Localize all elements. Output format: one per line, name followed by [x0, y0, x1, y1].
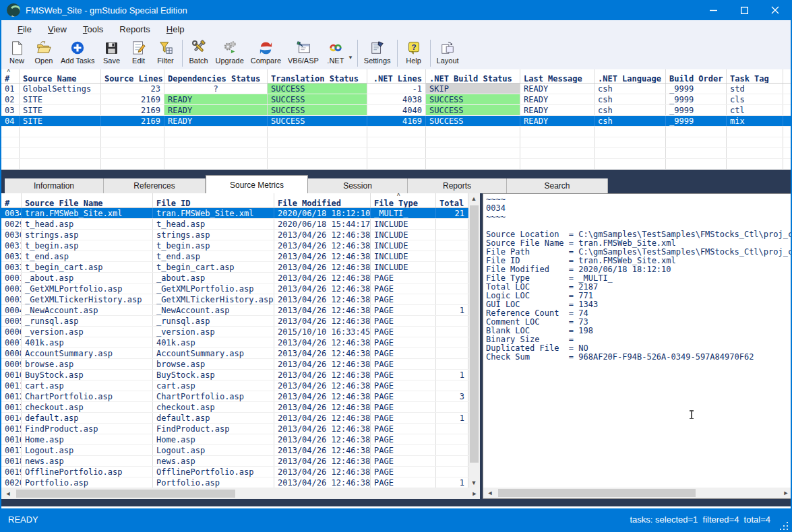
cell[interactable]: 02 [1, 94, 20, 104]
grid-row[interactable]: 0020Portfolio.aspPortfolio.asp2013/04/26… [1, 477, 468, 488]
cell[interactable]: -1 [367, 84, 426, 94]
cell[interactable] [436, 348, 468, 358]
cell[interactable]: _runsql.asp [22, 316, 153, 326]
cell[interactable]: _about.asp [22, 273, 153, 283]
cell[interactable]: AccountSummary.asp [22, 348, 153, 358]
cell[interactable]: tran.FMSWeb_Site.xml [22, 208, 153, 218]
cell[interactable]: cls [727, 94, 783, 104]
column-header--[interactable]: # [1, 193, 22, 207]
minimize-button[interactable] [698, 0, 729, 20]
cell[interactable]: 4038 [367, 94, 426, 104]
cell[interactable]: 4040 [367, 105, 426, 115]
cell[interactable]: AccountSummary.asp [153, 348, 274, 358]
cell[interactable]: 0012 [1, 391, 22, 401]
cell[interactable]: default.asp [22, 413, 153, 423]
cell[interactable]: 1 [436, 413, 468, 423]
cell[interactable]: READY [164, 105, 268, 115]
cell[interactable]: INCLUDE [371, 219, 436, 229]
cell[interactable]: SUCCESS [426, 116, 520, 126]
cell[interactable] [436, 434, 468, 444]
cell[interactable]: 2013/04/26 12:46:38 [274, 305, 371, 315]
column-header-source-name[interactable]: Source Name [20, 69, 101, 83]
menu-item-reports[interactable]: Reports [111, 22, 158, 36]
column-header-last-message[interactable]: Last Message [520, 69, 595, 83]
cell[interactable]: PAGE [371, 445, 436, 455]
cell[interactable]: SUCCESS [426, 94, 520, 104]
cell[interactable]: PAGE [371, 413, 436, 423]
grid-row[interactable]: 01GlobalSettings23?SUCCESS-1SKIPREADYcsh… [1, 84, 792, 94]
toolbar-button-open[interactable]: Open [30, 39, 57, 65]
cell[interactable]: 2013/04/26 12:46:38 [274, 251, 371, 261]
cell[interactable] [436, 251, 468, 261]
cell[interactable]: ChartPortfolio.asp [22, 391, 153, 401]
cell[interactable]: 2169 [101, 94, 164, 104]
dotnet-dropdown-arrow-icon[interactable]: ▼ [348, 55, 353, 61]
grid-row[interactable]: 0015FindProduct.aspFindProduct.asp2013/0… [1, 424, 468, 434]
cell[interactable]: 2013/04/26 12:46:38 [274, 284, 371, 294]
cell[interactable]: READY [164, 94, 268, 104]
cell[interactable]: 0020 [1, 477, 22, 488]
cell[interactable]: csh [595, 94, 666, 104]
cell[interactable]: READY [164, 116, 268, 126]
cell[interactable]: t_head.asp [153, 219, 274, 229]
cell[interactable]: news.asp [22, 456, 153, 466]
cell[interactable]: _version.asp [153, 327, 274, 337]
cell[interactable]: t_head.asp [22, 219, 153, 229]
cell[interactable]: 2013/04/26 12:46:38 [274, 262, 371, 272]
column-header--net-build-status[interactable]: .NET Build Status [426, 69, 520, 83]
cell[interactable]: 0018 [1, 456, 22, 466]
cell[interactable]: PAGE [371, 456, 436, 466]
detail-horizontal-scrollbar[interactable]: ◄ ► [483, 488, 791, 498]
cell[interactable]: READY [520, 116, 595, 126]
cell[interactable]: 0008 [1, 348, 22, 358]
cell[interactable]: 0019 [1, 467, 22, 477]
cell[interactable]: 03 [1, 105, 20, 115]
cell[interactable]: strings.asp [22, 230, 153, 240]
tab-references[interactable]: References [104, 178, 206, 193]
column-header--net-language[interactable]: .NET Language [595, 69, 666, 83]
cell[interactable]: mix [727, 116, 783, 126]
maximize-button[interactable] [729, 0, 760, 20]
cell[interactable]: PAGE [371, 477, 436, 488]
cell[interactable]: 2169 [101, 116, 164, 126]
cell[interactable] [436, 380, 468, 391]
cell[interactable]: 1 [436, 305, 468, 315]
toolbar-button-layout[interactable]: Layout [433, 39, 462, 65]
grid-row[interactable]: 0030strings.aspstrings.asp2013/04/26 12:… [1, 230, 468, 240]
cell[interactable]: Home.asp [153, 434, 274, 444]
cell[interactable]: 0001 [1, 273, 22, 283]
cell[interactable]: 0029 [1, 219, 22, 229]
cell[interactable]: t_begin_cart.asp [153, 262, 274, 272]
cell[interactable]: 0002 [1, 284, 22, 294]
cell[interactable]: 0006 [1, 327, 22, 337]
cell[interactable]: 2013/04/26 12:46:38 [274, 424, 371, 434]
scroll-right-arrow-icon[interactable]: ► [469, 488, 480, 499]
cell[interactable]: SUCCESS [268, 105, 367, 115]
cell[interactable]: PAGE [371, 391, 436, 401]
cell[interactable]: 2013/04/26 12:46:38 [274, 434, 371, 444]
cell[interactable] [436, 445, 468, 455]
cell[interactable]: _NewAccount.asp [153, 305, 274, 315]
cell[interactable] [436, 284, 468, 294]
cell[interactable]: SITE [20, 94, 101, 104]
toolbar-button-add-tasks[interactable]: Add Tasks [57, 39, 98, 65]
cell[interactable]: Portfolio.asp [153, 477, 274, 488]
grid-row[interactable]: 0010BuyStock.aspBuyStock.asp2013/04/26 1… [1, 370, 468, 380]
cell[interactable] [436, 240, 468, 251]
cell[interactable]: SUCCESS [268, 84, 367, 94]
cell[interactable]: 2013/04/26 12:46:38 [274, 240, 371, 251]
cell[interactable]: 0034 [1, 208, 22, 218]
cell[interactable]: 0011 [1, 380, 22, 391]
resize-grip[interactable] [779, 521, 788, 530]
grid-row[interactable]: 0002_GetXMLPortfolio.asp_GetXMLPortfolio… [1, 284, 468, 294]
cell[interactable]: 0013 [1, 402, 22, 412]
file-grid-horizontal-scrollbar[interactable]: ◄ ► [1, 488, 480, 499]
grid-row[interactable]: 03SITE2169READYSUCCESS4040SUCCESSREADYcs… [1, 105, 792, 116]
cell[interactable]: 2013/04/26 12:46:38 [274, 316, 371, 326]
cell[interactable]: _GetXMLPortfolio.asp [22, 284, 153, 294]
cell[interactable]: Portfolio.asp [22, 477, 153, 488]
cell[interactable]: PAGE [371, 380, 436, 391]
cell[interactable]: 2013/04/26 12:46:38 [274, 370, 371, 380]
cell[interactable]: SUCCESS [268, 94, 367, 104]
cell[interactable]: SUCCESS [426, 105, 520, 115]
